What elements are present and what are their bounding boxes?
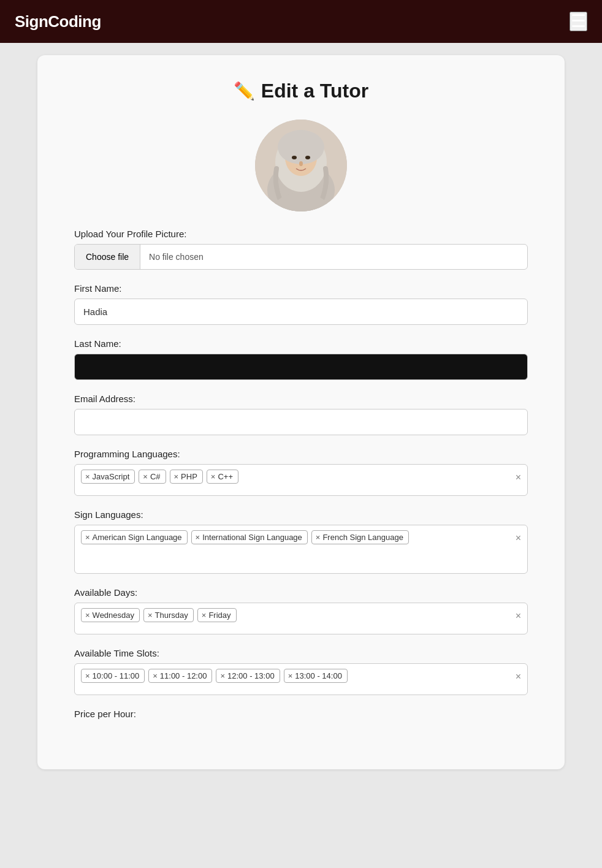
remove-slot-1100[interactable]: × <box>153 672 158 680</box>
choose-file-button[interactable]: Choose file <box>75 245 140 269</box>
programming-languages-label: Programming Languages: <box>74 449 528 459</box>
available-time-slots-field[interactable]: × 10:00 - 11:00 × 11:00 - 12:00 × 12:00 … <box>74 663 528 695</box>
last-name-label: Last Name: <box>74 338 528 349</box>
svg-point-6 <box>305 156 310 159</box>
tag-javascript: × JavaScript <box>81 470 135 484</box>
page-title-text: Edit a Tutor <box>261 80 368 102</box>
avatar-image <box>255 120 347 211</box>
available-days-group: Available Days: × Wednesday × Thursday ×… <box>74 587 528 634</box>
remove-wednesday[interactable]: × <box>85 611 90 619</box>
tag-slot-1000: × 10:00 - 11:00 <box>81 669 145 683</box>
email-group: Email Address: <box>74 394 528 435</box>
sign-languages-field[interactable]: × American Sign Language × International… <box>74 525 528 574</box>
remove-slot-1300[interactable]: × <box>288 672 293 680</box>
clear-available-days[interactable]: × <box>516 611 521 622</box>
tag-slot-1200: × 12:00 - 13:00 <box>216 669 280 683</box>
remove-fsl[interactable]: × <box>316 533 321 541</box>
remove-javascript[interactable]: × <box>85 473 90 481</box>
file-input-wrapper[interactable]: Choose file No file chosen <box>74 244 528 270</box>
tag-wednesday: × Wednesday <box>81 608 140 622</box>
remove-slot-1000[interactable]: × <box>85 672 90 680</box>
clear-sign-languages[interactable]: × <box>516 533 521 544</box>
remove-isl[interactable]: × <box>196 533 200 541</box>
first-name-group: First Name: <box>74 283 528 325</box>
page-wrapper: ✏️ Edit a Tutor <box>0 43 602 782</box>
programming-languages-group: Programming Languages: × JavaScript × C#… <box>74 449 528 496</box>
last-name-input[interactable] <box>74 354 528 380</box>
svg-point-4 <box>278 130 324 164</box>
svg-point-7 <box>299 161 303 166</box>
page-title: ✏️ Edit a Tutor <box>74 80 528 102</box>
tag-thursday: × Thursday <box>143 608 194 622</box>
email-label: Email Address: <box>74 394 528 404</box>
avatar <box>255 120 347 211</box>
price-per-hour-group: Price per Hour: <box>74 709 528 719</box>
remove-slot-1200[interactable]: × <box>220 672 225 680</box>
tag-fsl: × French Sign Language <box>311 530 409 544</box>
remove-friday[interactable]: × <box>202 611 207 619</box>
price-per-hour-label: Price per Hour: <box>74 709 528 719</box>
file-no-chosen-text: No file chosen <box>140 245 527 269</box>
tag-cpp: × C++ <box>207 470 238 484</box>
email-input[interactable] <box>74 409 528 435</box>
available-days-label: Available Days: <box>74 587 528 598</box>
upload-group: Upload Your Profile Picture: Choose file… <box>74 229 528 270</box>
tag-csharp: × C# <box>139 470 166 484</box>
svg-point-5 <box>292 156 297 159</box>
header: SignCoding ☰ <box>0 0 602 43</box>
sign-languages-label: Sign Languages: <box>74 509 528 520</box>
remove-csharp[interactable]: × <box>143 473 148 481</box>
tag-asl: × American Sign Language <box>81 530 188 544</box>
tag-isl: × International Sign Language <box>191 530 308 544</box>
tag-friday: × Friday <box>197 608 237 622</box>
remove-thursday[interactable]: × <box>148 611 153 619</box>
sign-languages-group: Sign Languages: × American Sign Language… <box>74 509 528 574</box>
available-days-field[interactable]: × Wednesday × Thursday × Friday × <box>74 603 528 634</box>
first-name-input[interactable] <box>74 299 528 325</box>
remove-php[interactable]: × <box>174 473 179 481</box>
clear-programming-languages[interactable]: × <box>516 472 521 483</box>
pencil-icon: ✏️ <box>234 81 255 101</box>
last-name-group: Last Name: <box>74 338 528 380</box>
avatar-container <box>74 120 528 211</box>
tag-php: × PHP <box>170 470 203 484</box>
available-time-slots-label: Available Time Slots: <box>74 648 528 658</box>
available-time-slots-group: Available Time Slots: × 10:00 - 11:00 × … <box>74 648 528 695</box>
tag-slot-1300: × 13:00 - 14:00 <box>284 669 348 683</box>
programming-languages-field[interactable]: × JavaScript × C# × PHP × C++ × <box>74 464 528 496</box>
first-name-label: First Name: <box>74 283 528 294</box>
remove-cpp[interactable]: × <box>211 473 216 481</box>
clear-time-slots[interactable]: × <box>516 671 521 682</box>
menu-button[interactable]: ☰ <box>570 12 587 31</box>
form-card: ✏️ Edit a Tutor <box>37 55 565 769</box>
upload-label: Upload Your Profile Picture: <box>74 229 528 239</box>
remove-asl[interactable]: × <box>85 533 90 541</box>
logo: SignCoding <box>15 12 101 31</box>
tag-slot-1100: × 11:00 - 12:00 <box>148 669 212 683</box>
